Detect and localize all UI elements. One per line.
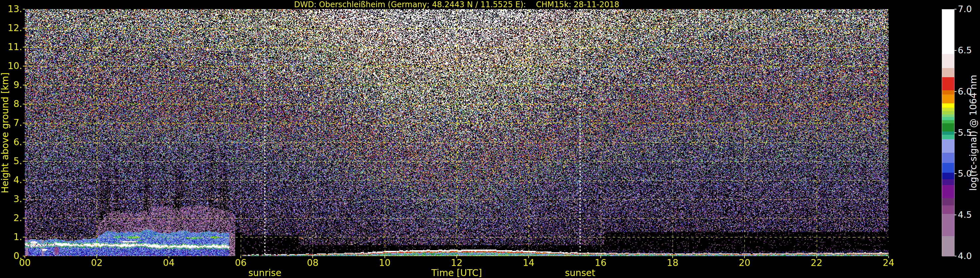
ceilometer-quicklook-figure: DWD: Oberschleißheim (Germany; 48.2443 N… (0, 0, 980, 278)
colorbar (942, 9, 955, 256)
x-tick-mark (528, 256, 529, 258)
x-axis-label: Time [UTC] (408, 268, 506, 278)
x-tick-mark (96, 256, 97, 258)
colorbar-segment (942, 139, 954, 153)
sunrise-annotation: sunrise (232, 268, 298, 278)
x-tick-label: 06 (228, 258, 254, 268)
colorbar-segment (942, 173, 954, 179)
colorbar-segment (942, 163, 954, 173)
colorbar-segment (942, 107, 954, 111)
colorbar-tick-mark (955, 50, 956, 51)
y-tick-mark (23, 218, 25, 219)
x-tick-mark (24, 256, 25, 258)
colorbar-segment (942, 135, 954, 139)
y-tick-mark (23, 199, 25, 200)
x-tick-mark (744, 256, 745, 258)
x-tick-mark (457, 256, 457, 258)
y-tick-label: 3. (0, 194, 22, 205)
colorbar-segment (942, 131, 954, 135)
y-tick-mark (23, 104, 25, 104)
colorbar-axis-label: log(rc-signal) @ 1064 nm (968, 35, 979, 231)
y-tick-mark (23, 28, 25, 29)
colorbar-tick-mark (955, 9, 956, 10)
x-tick-mark (240, 256, 241, 258)
y-tick-mark (23, 47, 25, 48)
y-tick-label: 6. (0, 137, 22, 147)
x-tick-label: 08 (299, 258, 326, 268)
colorbar-tick-label: 4.0 (958, 251, 980, 261)
y-tick-label: 11. (0, 42, 22, 52)
x-tick-label: 24 (875, 258, 902, 268)
y-tick-label: 13. (0, 4, 22, 14)
y-tick-label: 10. (0, 61, 22, 71)
colorbar-tick-mark (955, 133, 956, 133)
x-tick-label: 18 (660, 258, 686, 268)
colorbar-segment (942, 77, 954, 90)
colorbar-tick-label: 7.0 (958, 4, 980, 14)
x-tick-label: 20 (732, 258, 757, 268)
x-tick-label: 02 (84, 258, 110, 268)
colorbar-segment (942, 10, 954, 54)
colorbar-segment (942, 123, 954, 131)
x-tick-label: 00 (12, 258, 38, 268)
colorbar-segment (942, 185, 954, 198)
x-tick-label: 10 (372, 258, 398, 268)
colorbar-segment (942, 205, 954, 214)
colorbar-segment (942, 120, 954, 123)
colorbar-segment (942, 236, 954, 256)
colorbar-tick-mark (955, 91, 956, 92)
x-tick-label: 16 (588, 258, 614, 268)
y-tick-label: 1. (0, 232, 22, 242)
x-tick-mark (385, 256, 385, 258)
x-tick-label: 04 (156, 258, 182, 268)
x-tick-label: 22 (803, 258, 830, 268)
colorbar-tick-mark (955, 214, 956, 215)
y-tick-mark (23, 66, 25, 66)
colorbar-segment (942, 179, 954, 185)
y-tick-label: 4. (0, 175, 22, 185)
y-tick-label: 8. (0, 99, 22, 109)
x-tick-mark (816, 256, 817, 258)
y-tick-label: 2. (0, 213, 22, 224)
x-tick-mark (672, 256, 673, 258)
colorbar-segment (942, 94, 954, 103)
colorbar-segment (942, 54, 954, 68)
colorbar-segment (942, 68, 954, 77)
y-tick-label: 12. (0, 23, 22, 34)
colorbar-segment (942, 198, 954, 205)
y-tick-label: 5. (0, 156, 22, 166)
y-tick-mark (23, 9, 25, 10)
x-tick-label: 12 (444, 258, 470, 268)
x-tick-mark (888, 256, 889, 258)
x-tick-mark (169, 256, 169, 258)
x-tick-mark (312, 256, 313, 258)
y-tick-label: 9. (0, 80, 22, 90)
grid-overlay-canvas (25, 9, 889, 256)
colorbar-tick-mark (955, 173, 956, 174)
y-tick-mark (23, 123, 25, 123)
colorbar-segment (942, 224, 954, 236)
y-tick-mark (23, 180, 25, 181)
y-tick-mark (23, 85, 25, 85)
y-tick-label: 7. (0, 118, 22, 128)
y-tick-mark (23, 237, 25, 238)
colorbar-tick-mark (955, 256, 956, 256)
colorbar-segment (942, 90, 954, 94)
plot-title: DWD: Oberschleißheim (Germany; 48.2443 N… (25, 0, 889, 9)
sunset-annotation: sunset (547, 268, 613, 278)
colorbar-segment (942, 117, 954, 120)
colorbar-segment (942, 214, 954, 224)
y-tick-mark (23, 161, 25, 161)
x-tick-mark (600, 256, 601, 258)
colorbar-segment (942, 153, 954, 163)
colorbar-segment (942, 103, 954, 108)
colorbar-segment (942, 111, 954, 115)
y-tick-mark (23, 142, 25, 142)
x-tick-label: 14 (515, 258, 542, 268)
colorbar-segment (942, 114, 954, 117)
